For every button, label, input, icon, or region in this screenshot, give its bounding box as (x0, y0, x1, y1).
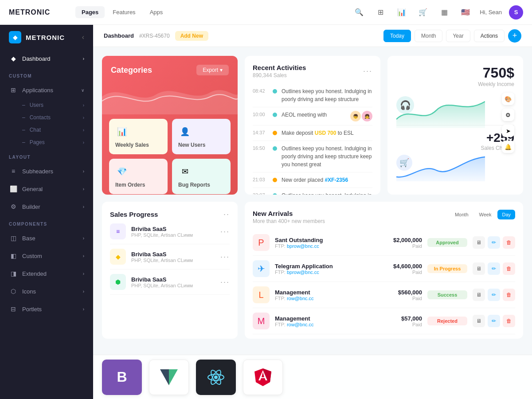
cat-item-item-orders[interactable]: 💎 Item Orders (109, 159, 168, 194)
actions-button[interactable]: Actions (474, 30, 505, 42)
activities-header: Recent Activities 890,344 Sales ··· (253, 64, 372, 78)
sidebar-item-builder[interactable]: ⚙ Builder › (0, 198, 93, 215)
sidebar-item-dashboard[interactable]: ◆ Dashboard › (0, 50, 93, 67)
sidebar: ◆ METRONIC ‹ ◆ Dashboard › CUSTOM ⊞ Appl… (0, 25, 93, 399)
dashboard-content: Categories Export ▾ 📊 Weekly Sales (93, 47, 532, 355)
search-icon[interactable]: 🔍 (352, 5, 366, 20)
cat-item-weekly-sales[interactable]: 📊 Weekly Sales (109, 119, 168, 154)
order-highlight: #XF-2356 (325, 177, 348, 183)
action-delete-1[interactable]: 🗑 (503, 236, 515, 249)
settings-icon[interactable]: ⚙ (502, 109, 514, 121)
bootstrap-icon[interactable]: B (102, 360, 142, 395)
chevron-right-icon-3: › (83, 128, 84, 133)
sidebar-item-general[interactable]: ⬜ General › (0, 180, 93, 198)
sidebar-item-extended[interactable]: ◨ Extended › (0, 265, 93, 282)
dashboard-header: Dashboard #XRS-45670 Add New Today Month… (93, 25, 532, 47)
arrivals-subtitle: More than 400+ new members (253, 218, 325, 224)
action-delete-3[interactable]: 🗑 (503, 289, 515, 301)
progress-dots-2[interactable]: ··· (220, 252, 230, 262)
activity-item-5: 21:03 New order placed #XF-2356 (253, 172, 372, 188)
period-tab-month[interactable]: Month (450, 210, 473, 219)
month-button[interactable]: Month (415, 30, 442, 42)
categories-title: Categories (111, 66, 152, 75)
sidebar-subitem-pages[interactable]: Pages › (22, 136, 93, 149)
chart-icon[interactable]: 📊 (395, 5, 409, 20)
period-tab-day[interactable]: Day (497, 210, 515, 219)
chevron-right-icon-12: › (83, 307, 84, 312)
action-copy-3[interactable]: 🖥 (473, 289, 485, 301)
activity-dot-2 (273, 113, 277, 117)
svg-marker-1 (160, 369, 169, 385)
period-tabs: Month Week Day (450, 210, 515, 219)
arrival-row-1: P Sant Outstanding FTP: bprow@bnc.cc $2,… (253, 230, 515, 256)
sidebar-item-custom[interactable]: ◧ Custom › (0, 247, 93, 265)
arrival-paid-2: Paid (393, 270, 422, 275)
sidebar-subitem-chat[interactable]: Chat › (22, 124, 93, 136)
arrival-paid-4: Paid (401, 322, 422, 327)
action-copy-4[interactable]: 🖥 (473, 315, 485, 327)
vue-icon[interactable] (149, 360, 189, 395)
export-button[interactable]: Export ▾ (196, 65, 229, 75)
sidebar-item-label-icons: Icons (22, 288, 36, 295)
sidebar-subitem-users[interactable]: Users › (22, 99, 93, 111)
action-edit-1[interactable]: ✏ (488, 236, 500, 249)
today-button[interactable]: Today (383, 30, 411, 42)
nav-tab-apps[interactable]: Apps (144, 6, 169, 18)
sidebar-toggle[interactable]: ‹ (82, 33, 84, 41)
sidebar-item-applications[interactable]: ⊞ Applications ∨ (0, 81, 93, 99)
add-button[interactable]: + (508, 29, 521, 43)
progress-dots-3[interactable]: ··· (220, 278, 230, 287)
action-edit-4[interactable]: ✏ (488, 315, 500, 327)
income-amount: 750$ (483, 65, 514, 81)
action-copy-2[interactable]: 🖥 (473, 262, 485, 275)
main-layout: ◆ METRONIC ‹ ◆ Dashboard › CUSTOM ⊞ Appl… (0, 25, 532, 399)
action-edit-2[interactable]: ✏ (488, 262, 500, 275)
grid-icon[interactable]: ▦ (437, 5, 451, 20)
progress-dots-1[interactable]: ··· (220, 227, 230, 236)
sidebar-logo: ◆ METRONIC ‹ (0, 25, 93, 50)
action-copy-1[interactable]: 🖥 (473, 236, 485, 249)
send-icon[interactable]: ➤ (502, 125, 514, 137)
activity-text-2: AEOL meeting with (282, 111, 346, 119)
arrivals-title: New Arrivals (253, 210, 325, 217)
sidebar-subitem-contacts[interactable]: Contacts › (22, 111, 93, 124)
action-edit-3[interactable]: ✏ (488, 289, 500, 301)
activities-more-button[interactable]: ··· (363, 66, 372, 76)
categories-card: Categories Export ▾ 📊 Weekly Sales (102, 56, 238, 195)
activity-time-3: 14:37 (253, 130, 268, 135)
sidebar-item-subheaders[interactable]: ≡ Subheaders › (0, 162, 93, 180)
nav-tab-pages[interactable]: Pages (75, 6, 105, 18)
action-delete-4[interactable]: 🗑 (503, 315, 515, 327)
add-new-button[interactable]: Add New (175, 31, 208, 41)
avatar[interactable]: S (509, 5, 523, 20)
arrival-info-1: Sant Outstanding FTP: bprow@bnc.cc (275, 237, 388, 249)
nav-tab-features[interactable]: Features (106, 6, 141, 18)
cat-item-new-users[interactable]: 👤 New Users (172, 119, 231, 154)
palette-icon[interactable]: 🎨 (502, 93, 514, 105)
arrival-ftp-link-1: bprow@bnc.cc (287, 243, 319, 249)
action-delete-2[interactable]: 🗑 (503, 262, 515, 275)
activity-dot-5 (273, 178, 277, 182)
year-button[interactable]: Year (446, 30, 470, 42)
cat-item-bug-reports[interactable]: ✉ Bug Reports (172, 159, 231, 194)
arrival-ftp-2: FTP: bprow@bnc.cc (275, 270, 388, 275)
activity-text-1: Outlines keep you honest. Indulging in p… (282, 87, 372, 103)
sidebar-item-icons[interactable]: ⬡ Icons › (0, 282, 93, 300)
arrival-info-2: Telegram Application FTP: bprow@bnc.cc (275, 263, 388, 275)
arrival-row-3: L Management FTP: row@bnc.cc $560,000 Pa… (253, 282, 515, 308)
react-icon[interactable] (196, 360, 236, 395)
sidebar-item-portlets[interactable]: ⊟ Portlets › (0, 300, 93, 318)
categories-header: Categories Export ▾ (102, 56, 238, 79)
angular-icon[interactable] (243, 360, 283, 395)
cart-icon[interactable]: 🛒 (416, 5, 430, 20)
period-tab-week[interactable]: Week (475, 210, 496, 219)
notification-icon[interactable]: 🔔 (502, 141, 514, 153)
flag-icon[interactable]: 🇺🇸 (458, 5, 473, 20)
status-badge-4: Rejected (427, 317, 467, 325)
sales-progress-more[interactable]: ·· (223, 210, 230, 219)
status-badge-1: Approved (427, 238, 467, 247)
chevron-right-icon-7: › (83, 204, 84, 209)
apps-icon[interactable]: ⊞ (373, 5, 387, 20)
sidebar-item-base[interactable]: ◫ Base › (0, 229, 93, 247)
progress-icon-3: ⬢ (110, 274, 126, 290)
